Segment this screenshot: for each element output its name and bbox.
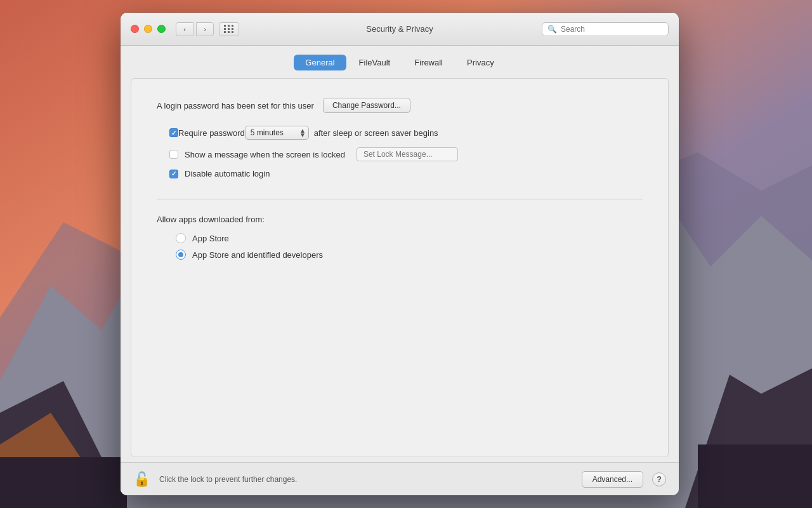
forward-button[interactable]: › [196, 22, 214, 36]
tab-firewall[interactable]: Firewall [403, 55, 454, 70]
close-button[interactable] [131, 25, 139, 33]
titlebar: ‹ › Security & Privacy 🔍 [121, 13, 679, 46]
section-divider [157, 199, 643, 199]
traffic-lights [131, 25, 166, 33]
lock-message-input[interactable] [357, 147, 458, 161]
nav-buttons: ‹ › [176, 22, 214, 36]
show-message-label: Show a message when the screen is locked [185, 150, 345, 159]
radio-identified-devs-label: App Store and identified developers [192, 250, 323, 260]
search-icon: 🔍 [547, 25, 557, 34]
search-bar[interactable]: 🔍 [542, 22, 669, 36]
content-panel: A login password has been set for this u… [131, 78, 669, 457]
password-timeout-select[interactable]: immediately 5 seconds 1 minute 5 minutes… [245, 126, 309, 140]
window-title: Security & Privacy [366, 24, 433, 34]
login-password-row: A login password has been set for this u… [157, 98, 643, 113]
bottom-bar: 🔓 Click the lock to prevent further chan… [121, 462, 679, 495]
require-password-row: Require password immediately 5 seconds 1… [169, 126, 643, 140]
login-password-text: A login password has been set for this u… [157, 101, 314, 110]
radio-app-store-row: App Store [176, 233, 643, 243]
allow-apps-label: Allow apps downloaded from: [157, 215, 643, 224]
radio-identified-devs-row: App Store and identified developers [176, 250, 643, 260]
show-message-checkbox[interactable] [169, 150, 178, 159]
disable-login-label: Disable automatic login [185, 169, 270, 178]
require-password-label: Require password [178, 128, 245, 138]
tab-general[interactable]: General [294, 55, 346, 70]
svg-rect-8 [0, 457, 127, 508]
lock-status-text: Click the lock to prevent further change… [159, 475, 573, 484]
svg-rect-9 [698, 444, 812, 508]
search-input[interactable] [561, 25, 663, 34]
grid-view-button[interactable] [219, 22, 239, 36]
radio-app-store[interactable] [176, 233, 186, 243]
grid-icon [224, 25, 234, 33]
password-timeout-dropdown-wrapper: immediately 5 seconds 1 minute 5 minutes… [245, 126, 309, 140]
preferences-window: ‹ › Security & Privacy 🔍 General FileVau… [121, 13, 679, 495]
radio-app-store-label: App Store [192, 234, 229, 243]
tabs-bar: General FileVault Firewall Privacy [121, 46, 679, 70]
require-password-checkbox[interactable] [169, 128, 178, 137]
maximize-button[interactable] [157, 25, 166, 33]
after-sleep-text: after sleep or screen saver begins [314, 128, 438, 138]
tab-privacy[interactable]: Privacy [455, 55, 506, 70]
show-message-row: Show a message when the screen is locked [169, 147, 643, 161]
back-button[interactable]: ‹ [176, 22, 193, 36]
radio-identified-developers[interactable] [176, 250, 186, 260]
disable-login-checkbox[interactable] [169, 170, 178, 178]
lock-icon[interactable]: 🔓 [133, 471, 150, 488]
minimize-button[interactable] [144, 25, 152, 33]
advanced-button[interactable]: Advanced... [582, 471, 643, 488]
help-button[interactable]: ? [652, 472, 666, 486]
change-password-button[interactable]: Change Password... [323, 98, 410, 113]
disable-login-row: Disable automatic login [169, 169, 643, 178]
tab-filevault[interactable]: FileVault [348, 55, 402, 70]
